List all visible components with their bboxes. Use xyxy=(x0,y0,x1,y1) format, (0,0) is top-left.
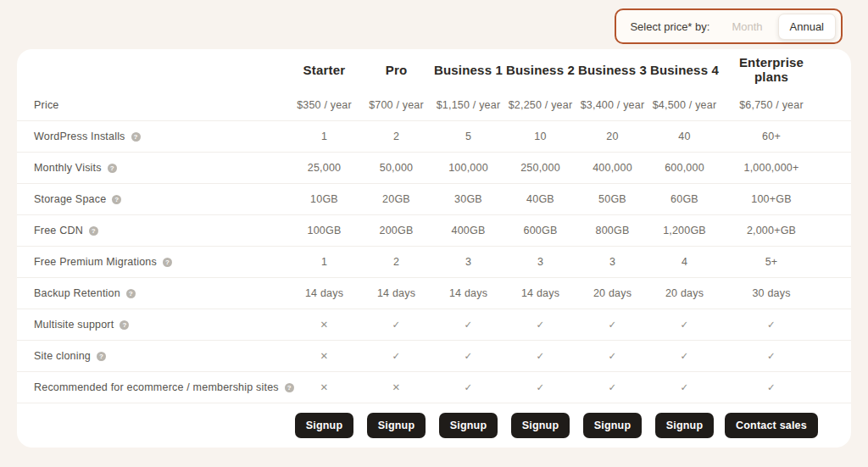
plan-value-cell: 5 xyxy=(432,131,504,142)
cross-icon: ✕ xyxy=(288,350,360,362)
plan-value-cell: 10 xyxy=(504,131,576,142)
help-icon[interactable]: ? xyxy=(108,164,117,173)
plan-value-cell: 20 days xyxy=(576,287,648,299)
check-icon: ✓ xyxy=(360,319,432,331)
plan-value-cell: 14 days xyxy=(288,287,360,299)
cta-row: SignupSignupSignupSignupSignupSignupCont… xyxy=(17,403,851,448)
toggle-option-annual[interactable]: Annual xyxy=(778,14,836,40)
plan-value-cell: 5+ xyxy=(721,256,822,268)
feature-label-cell: Monthly Visits? xyxy=(17,162,288,174)
help-icon[interactable]: ? xyxy=(131,132,141,142)
plan-value-cell: 14 days xyxy=(432,287,504,299)
plan-value-cell: $3,400 / year xyxy=(576,99,648,111)
table-row: WordPress Installs?12510204060+ xyxy=(17,121,851,153)
table-row: Free CDN?100GB200GB400GB600GB800GB1,200G… xyxy=(17,215,851,247)
check-icon: ✓ xyxy=(504,319,576,331)
plan-value-cell: 20GB xyxy=(360,193,432,205)
signup-button[interactable]: Signup xyxy=(439,413,498,438)
feature-label-cell: Site cloning? xyxy=(17,350,288,362)
help-icon[interactable]: ? xyxy=(120,320,129,330)
help-icon[interactable]: ? xyxy=(112,195,121,204)
check-icon: ✓ xyxy=(721,381,822,393)
plan-value-cell: 3 xyxy=(432,256,504,268)
contact-sales-button[interactable]: Contact sales xyxy=(725,413,818,438)
check-icon: ✓ xyxy=(721,319,822,331)
plan-value-cell: $700 / year xyxy=(360,99,432,111)
signup-button[interactable]: Signup xyxy=(511,413,570,438)
plan-value-cell: 40GB xyxy=(504,193,576,205)
signup-button[interactable]: Signup xyxy=(583,413,643,438)
cta-cell: Contact sales xyxy=(721,413,822,438)
signup-button[interactable]: Signup xyxy=(655,413,715,438)
plan-value-cell: 30GB xyxy=(432,193,504,205)
table-row: Multisite support?✕✓✓✓✓✓✓ xyxy=(17,309,851,341)
plan-value-cell: 60GB xyxy=(648,193,721,205)
plan-value-cell: 20 xyxy=(576,131,648,142)
price-period-toggle: Select price* by: Month Annual xyxy=(615,8,843,44)
plan-value-cell: 1 xyxy=(288,256,360,268)
cross-icon: ✕ xyxy=(360,381,432,393)
help-icon[interactable]: ? xyxy=(97,352,106,361)
plan-header-3: Business 1 xyxy=(432,63,504,77)
plan-value-cell: 14 days xyxy=(504,287,576,299)
plan-value-cell: 600,000 xyxy=(648,162,721,174)
check-icon: ✓ xyxy=(432,350,504,362)
table-row: Free Premium Migrations?1233345+ xyxy=(17,247,851,278)
plan-value-cell: 60+ xyxy=(721,131,822,142)
feature-label-cell: Recommended for ecommerce / membership s… xyxy=(17,381,288,393)
plan-value-cell: 40 xyxy=(648,131,721,142)
feature-label: Price xyxy=(34,99,58,111)
check-icon: ✓ xyxy=(648,350,721,362)
plan-value-cell: 4 xyxy=(648,256,721,268)
feature-label: Recommended for ecommerce / membership s… xyxy=(34,381,279,393)
plan-value-cell: 30 days xyxy=(721,287,822,299)
plan-value-cell: 14 days xyxy=(360,287,432,299)
feature-label-cell: Free CDN? xyxy=(17,225,288,236)
plan-value-cell: 1 xyxy=(288,131,360,142)
feature-label-cell: WordPress Installs? xyxy=(17,131,288,142)
topbar: Select price* by: Month Annual xyxy=(0,0,868,49)
plan-value-cell: 3 xyxy=(504,256,576,268)
plan-header-5: Business 3 xyxy=(576,63,648,77)
feature-label: Site cloning xyxy=(34,350,91,362)
help-icon[interactable]: ? xyxy=(126,289,136,298)
help-icon[interactable]: ? xyxy=(89,226,98,236)
check-icon: ✓ xyxy=(432,381,504,393)
feature-label: Storage Space xyxy=(34,193,106,205)
signup-button[interactable]: Signup xyxy=(367,413,426,438)
help-icon[interactable]: ? xyxy=(163,258,172,267)
feature-label-cell: Backup Retention? xyxy=(17,287,288,299)
check-icon: ✓ xyxy=(576,319,648,331)
table-row: Price$350 / year$700 / year$1,150 / year… xyxy=(17,90,851,121)
feature-label-cell: Multisite support? xyxy=(17,319,288,331)
check-icon: ✓ xyxy=(432,319,504,331)
feature-label: Monthly Visits xyxy=(34,162,102,174)
cta-cell: Signup xyxy=(648,413,721,438)
plan-value-cell: $4,500 / year xyxy=(648,99,721,111)
plan-value-cell: 50GB xyxy=(576,193,648,205)
price-toggle-label: Select price* by: xyxy=(630,20,709,33)
plan-value-cell: 200GB xyxy=(360,225,432,236)
cta-cell: Signup xyxy=(360,413,432,438)
plan-value-cell: 800GB xyxy=(576,225,648,236)
table-row: Monthly Visits?25,00050,000100,000250,00… xyxy=(17,153,851,184)
plan-value-cell: 10GB xyxy=(288,193,360,205)
plan-value-cell: 3 xyxy=(576,256,648,268)
table-row: Site cloning?✕✓✓✓✓✓✓ xyxy=(17,341,851,372)
check-icon: ✓ xyxy=(360,350,432,362)
toggle-option-month[interactable]: Month xyxy=(732,20,762,33)
signup-button[interactable]: Signup xyxy=(295,413,354,438)
table-row: Storage Space?10GB20GB30GB40GB50GB60GB10… xyxy=(17,184,851,215)
check-icon: ✓ xyxy=(648,381,721,393)
cta-cell: Signup xyxy=(432,413,504,438)
plan-header-7: Enterprise plans xyxy=(721,55,822,84)
plan-value-cell: 1,200GB xyxy=(648,225,721,236)
plan-value-cell: 600GB xyxy=(504,225,576,236)
table-row: Backup Retention?14 days14 days14 days14… xyxy=(17,278,851,309)
feature-label: WordPress Installs xyxy=(34,131,125,142)
cross-icon: ✕ xyxy=(288,319,360,331)
feature-label-cell: Free Premium Migrations? xyxy=(17,256,288,268)
plan-header-row: StarterProBusiness 1Business 2Business 3… xyxy=(17,49,851,90)
plan-header-1: Starter xyxy=(288,63,360,77)
plan-value-cell: 2 xyxy=(360,256,432,268)
